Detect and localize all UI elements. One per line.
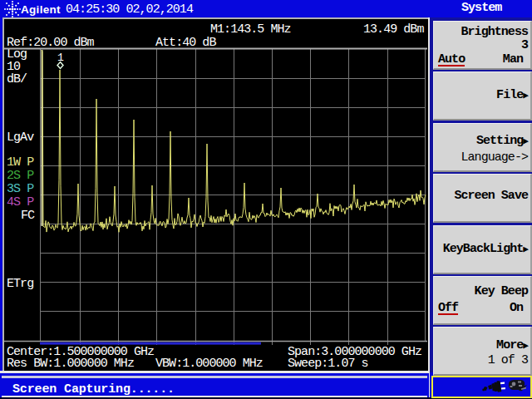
svg-text:1: 1 (57, 52, 64, 64)
